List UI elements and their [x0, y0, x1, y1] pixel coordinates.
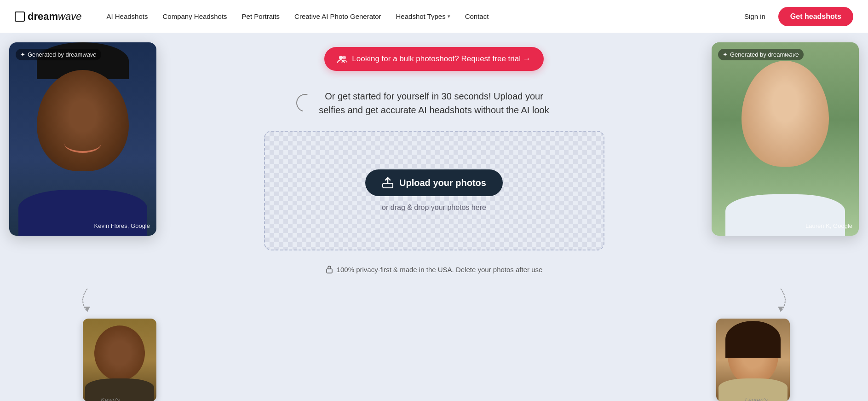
lauren-face — [742, 61, 829, 167]
bulk-cta-text: Looking for a bulk photoshoot? Request f… — [352, 54, 530, 64]
generated-label-text-right: Generated by dreamwave — [730, 51, 799, 58]
svg-point-3 — [342, 56, 346, 59]
lauren-generated-label: ✦ Generated by dreamwave — [718, 49, 804, 60]
sparkle-icon-right: ✦ — [723, 51, 728, 58]
nav-headshot-types[interactable]: Headshot Types ▾ — [390, 9, 457, 24]
logo[interactable]: dreamwave — [15, 11, 81, 23]
nav-links: AI Headshots Company Headshots Pet Portr… — [100, 9, 739, 24]
svg-marker-0 — [85, 307, 90, 312]
nav-contact[interactable]: Contact — [459, 9, 495, 24]
logo-text: dreamwave — [28, 11, 81, 23]
nav-pet-portraits[interactable]: Pet Portraits — [236, 9, 287, 24]
nav-company-headshots[interactable]: Company Headshots — [156, 9, 233, 24]
lauren-before-label: Lauren'sBefore — [745, 396, 768, 401]
privacy-note: 100% privacy-first & made in the USA. De… — [326, 265, 543, 273]
left-photos: ✦ Generated by dreamwave Kevin Flores, G… — [0, 33, 179, 401]
upload-button[interactable]: Upload your photos — [365, 169, 503, 196]
kevin-smile — [64, 134, 101, 153]
arrow-left-icon — [74, 286, 101, 314]
lauren-main-photo: ✦ Generated by dreamwave Lauren K, Googl… — [712, 42, 859, 236]
lauren-shirt — [725, 194, 845, 236]
kevin-before-photo — [83, 319, 156, 401]
generated-label-text: Generated by dreamwave — [28, 51, 97, 58]
nav-creative-ai[interactable]: Creative AI Photo Generator — [288, 9, 387, 24]
lauren-caption: Lauren K, Google — [805, 222, 852, 229]
svg-rect-5 — [327, 269, 332, 273]
center-content: Looking for a bulk photoshoot? Request f… — [179, 33, 689, 283]
navbar: dreamwave AI Headshots Company Headshots… — [0, 0, 868, 33]
drag-drop-text: or drag & drop your photos here — [382, 203, 486, 212]
kevin-before-label: Kevin'sBefore — [101, 396, 120, 401]
kevin-main-photo: ✦ Generated by dreamwave Kevin Flores, G… — [9, 42, 156, 236]
nav-right: Sign in Get headshots — [739, 7, 853, 26]
svg-point-2 — [339, 56, 343, 59]
logo-box-icon — [15, 12, 25, 22]
svg-marker-1 — [778, 307, 783, 312]
chevron-down-icon: ▾ — [448, 13, 450, 19]
get-headshots-button[interactable]: Get headshots — [778, 7, 853, 26]
kevin-caption: Kevin Flores, Google — [94, 222, 150, 229]
lock-icon — [326, 265, 333, 273]
bulk-photoshoot-button[interactable]: Looking for a bulk photoshoot? Request f… — [324, 47, 543, 71]
sign-in-link[interactable]: Sign in — [739, 9, 771, 24]
right-photos: ✦ Generated by dreamwave Lauren K, Googl… — [689, 33, 868, 401]
sparkle-icon: ✦ — [20, 51, 25, 58]
svg-rect-4 — [383, 183, 393, 188]
kevin-face — [37, 70, 129, 171]
hero-tagline: Or get started for yourself in 30 second… — [315, 89, 554, 117]
privacy-text: 100% privacy-first & made in the USA. De… — [337, 266, 543, 273]
arrow-right-icon — [767, 286, 794, 314]
lauren-before-photo — [716, 319, 790, 401]
upload-icon — [382, 177, 394, 189]
people-icon — [337, 55, 347, 63]
hero-section: ✦ Generated by dreamwave Kevin Flores, G… — [0, 33, 868, 401]
upload-dropzone[interactable]: Upload your photos or drag & drop your p… — [264, 131, 604, 250]
kevin-generated-label: ✦ Generated by dreamwave — [16, 49, 101, 60]
nav-ai-headshots[interactable]: AI Headshots — [100, 9, 154, 24]
upload-button-text: Upload your photos — [399, 178, 486, 188]
